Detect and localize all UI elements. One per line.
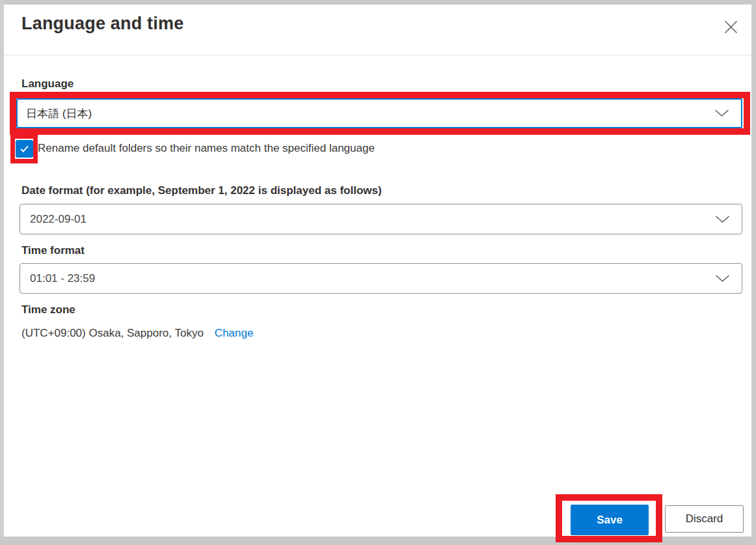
frame-edge-top (0, 0, 756, 5)
close-button[interactable] (721, 17, 740, 36)
save-button[interactable]: Save (571, 505, 649, 535)
frame-edge-right (751, 0, 756, 545)
time-format-label: Time format (21, 244, 85, 257)
checkmark-icon (19, 143, 30, 154)
date-format-combobox[interactable]: 2022-09-01 (20, 204, 742, 234)
chevron-down-icon (714, 109, 729, 117)
dialog-title: Language and time (21, 14, 183, 34)
discard-button[interactable]: Discard (665, 505, 744, 533)
date-format-label: Date format (for example, September 1, 2… (21, 184, 382, 197)
time-zone-row: (UTC+09:00) Osaka, Sapporo, Tokyo Change (21, 326, 253, 341)
title-divider (4, 55, 751, 55)
time-zone-change-link[interactable]: Change (215, 326, 254, 341)
rename-checkbox[interactable] (16, 140, 33, 158)
chevron-down-icon (715, 216, 730, 223)
language-selected-value: 日本語 (日本) (26, 106, 92, 121)
frame-edge-bottom (0, 537, 756, 545)
date-format-selected-value: 2022-09-01 (30, 213, 87, 226)
rename-checkbox-label[interactable]: Rename default folders so their names ma… (38, 141, 375, 156)
frame-edge-left (0, 0, 4, 545)
close-x-icon (723, 20, 738, 35)
time-zone-value: (UTC+09:00) Osaka, Sapporo, Tokyo (21, 326, 204, 341)
language-combobox[interactable]: 日本語 (日本) (16, 98, 742, 128)
time-format-combobox[interactable]: 01:01 - 23:59 (20, 263, 742, 294)
time-zone-label: Time zone (21, 303, 75, 316)
chevron-down-icon (715, 275, 730, 283)
time-format-selected-value: 01:01 - 23:59 (30, 272, 95, 285)
language-label: Language (21, 77, 74, 91)
language-time-dialog: Language and time Language 日本語 (日本) Rena… (0, 0, 756, 545)
